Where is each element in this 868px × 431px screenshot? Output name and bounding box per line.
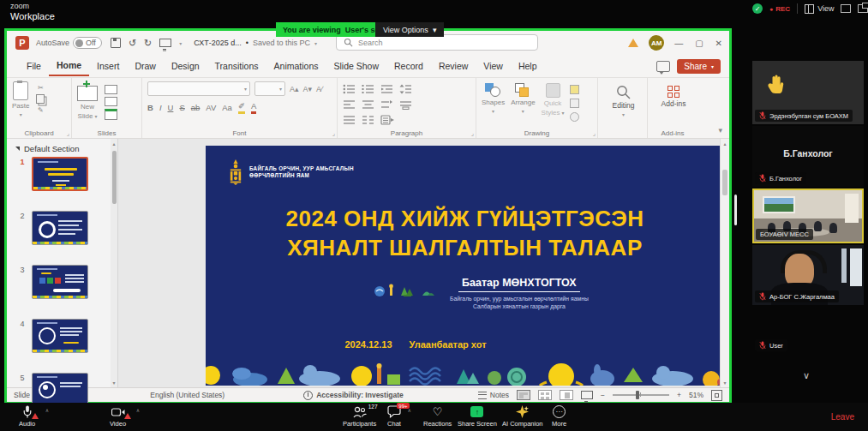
- zoom-slider-thumb[interactable]: [636, 391, 639, 399]
- video-button[interactable]: Video ∧: [110, 405, 126, 428]
- slide-thumbnail-2[interactable]: [32, 211, 88, 245]
- account-avatar[interactable]: AM: [649, 35, 664, 51]
- numbering-icon[interactable]: [362, 84, 374, 94]
- shape-outline-icon[interactable]: [570, 99, 579, 108]
- zoom-in-button[interactable]: +: [677, 391, 681, 399]
- shrink-font-button[interactable]: A▾: [303, 85, 313, 93]
- highlight-button[interactable]: ✐: [238, 101, 245, 114]
- qat-customize-icon[interactable]: ▾: [179, 40, 182, 46]
- tab-animations[interactable]: Animations: [266, 57, 326, 75]
- present-icon[interactable]: [159, 39, 171, 47]
- audio-options-icon[interactable]: ∧: [45, 407, 49, 413]
- new-slide-button[interactable]: New Slide▾: [77, 81, 98, 120]
- section-icon[interactable]: [105, 109, 117, 120]
- canvas-scrollbar[interactable]: ▴ ▾: [720, 139, 729, 387]
- tab-home[interactable]: Home: [49, 56, 89, 76]
- format-painter-icon[interactable]: ✎: [38, 106, 44, 114]
- minimize-button[interactable]: —: [674, 39, 683, 48]
- slide-thumbnail-1[interactable]: [32, 157, 88, 191]
- view-options-button[interactable]: View Options▾: [375, 22, 444, 37]
- text-direction-icon[interactable]: [380, 99, 392, 110]
- view-button[interactable]: View: [805, 4, 834, 14]
- tab-transitions[interactable]: Transitions: [207, 57, 266, 75]
- drawing-dialog-launcher[interactable]: ⌟: [593, 130, 596, 137]
- bold-button[interactable]: B: [147, 103, 153, 112]
- section-header[interactable]: Default Section: [7, 139, 117, 157]
- zoom-out-button[interactable]: −: [601, 391, 605, 399]
- italic-button[interactable]: I: [159, 103, 162, 112]
- cut-icon[interactable]: ✂: [38, 84, 44, 92]
- scrollbar-thumb[interactable]: [722, 170, 727, 195]
- tab-record[interactable]: Record: [386, 57, 431, 75]
- bullets-icon[interactable]: [343, 84, 355, 94]
- leave-button[interactable]: Leave: [831, 412, 854, 422]
- align-left-icon[interactable]: [343, 99, 355, 110]
- scroll-up-icon[interactable]: ▴: [721, 141, 729, 147]
- scroll-up-icon[interactable]: ▴: [111, 141, 117, 147]
- strikethrough-button[interactable]: S: [179, 103, 184, 112]
- reactions-button[interactable]: ♡ Reactions: [423, 405, 452, 428]
- participants-button[interactable]: 127 Participants: [343, 405, 376, 428]
- document-title[interactable]: СХТ-2025 d... • Saved to this PC ▾: [194, 39, 317, 47]
- underline-button[interactable]: U: [168, 103, 174, 112]
- shape-fill-icon[interactable]: [570, 85, 579, 94]
- tab-help[interactable]: Help: [511, 57, 545, 75]
- scroll-down-icon[interactable]: ▾: [721, 380, 729, 386]
- char-spacing-button[interactable]: AV: [206, 103, 216, 112]
- powerpoint-logo-icon[interactable]: P: [15, 36, 29, 50]
- tab-view[interactable]: View: [476, 57, 511, 75]
- tab-review[interactable]: Review: [431, 57, 476, 75]
- strike-ab-button[interactable]: ab: [191, 103, 201, 112]
- accessibility-button[interactable]: Accessibility: Investigate: [303, 391, 404, 400]
- security-shield-icon[interactable]: ✓: [752, 3, 763, 14]
- chat-options-icon[interactable]: ∧: [408, 407, 411, 413]
- participant-tile-2[interactable]: Б.Ганхолог Б.Ганхолог: [752, 126, 864, 187]
- more-button[interactable]: ⋯ More: [552, 405, 566, 428]
- participant-tile-1[interactable]: Эрдэнэбулган сум БОАХМ: [752, 61, 864, 124]
- paste-button[interactable]: Paste▾: [12, 81, 29, 117]
- tab-design[interactable]: Design: [164, 57, 207, 75]
- participant-tile-5[interactable]: User: [752, 307, 864, 358]
- audio-button[interactable]: Audio ∧: [19, 405, 35, 428]
- paragraph-dialog-launcher[interactable]: ⌟: [471, 130, 474, 137]
- autosave-toggle[interactable]: AutoSave Off: [36, 37, 102, 49]
- sidebar-scrollbar[interactable]: [734, 195, 737, 225]
- chat-button[interactable]: 99+ Chat ∧: [387, 405, 401, 428]
- shapes-button[interactable]: Shapes▾: [482, 83, 505, 114]
- change-case-button[interactable]: Aa: [222, 103, 232, 112]
- close-button[interactable]: ✕: [715, 39, 722, 48]
- font-color-button[interactable]: A: [251, 101, 256, 114]
- redo-icon[interactable]: ↻: [144, 38, 152, 49]
- share-screen-button[interactable]: ↑ Share Screen: [458, 405, 497, 428]
- zoom-percentage[interactable]: 51%: [689, 391, 703, 399]
- scroll-down-icon[interactable]: ▾: [111, 380, 117, 386]
- tab-file[interactable]: File: [19, 57, 49, 75]
- video-options-icon[interactable]: ∧: [136, 407, 140, 413]
- undo-icon[interactable]: ↺: [129, 38, 136, 49]
- columns-icon[interactable]: [362, 115, 374, 125]
- copy-icon[interactable]: [36, 94, 45, 104]
- collapse-ribbon-icon[interactable]: ▾: [718, 126, 722, 135]
- quick-styles-button[interactable]: Quick Styles▾: [542, 83, 565, 117]
- smartart-icon[interactable]: [380, 115, 394, 125]
- clear-formatting-button[interactable]: A∕: [316, 85, 323, 93]
- maximize-button[interactable]: ▢: [695, 39, 703, 48]
- align-text-icon[interactable]: [399, 99, 411, 110]
- clipboard-dialog-launcher[interactable]: ⌟: [67, 130, 69, 137]
- participant-tile-3[interactable]: БОУАӨIV МЕСС: [752, 189, 864, 243]
- slide-thumbnail-3[interactable]: [32, 265, 88, 299]
- slide-thumbnail-4[interactable]: [32, 319, 88, 353]
- addins-button[interactable]: Add-ins: [653, 81, 694, 108]
- shape-effects-icon[interactable]: [570, 112, 579, 122]
- slide-editor[interactable]: БАЙГАЛЬ ОРЧИН, УУР АМЬСГАЛЫН ӨӨРЧЛӨЛТИЙН…: [206, 146, 724, 386]
- slide-thumbnail-5[interactable]: [32, 373, 88, 407]
- language-button[interactable]: English (United States): [150, 391, 224, 399]
- participant-tile-4[interactable]: Ар-БОГ С.Жаргалмаа: [752, 245, 864, 305]
- slide-sorter-button[interactable]: [538, 390, 552, 400]
- line-spacing-icon[interactable]: [399, 84, 411, 94]
- save-icon[interactable]: [111, 38, 121, 48]
- scrollbar-thumb[interactable]: [112, 151, 117, 204]
- font-size-select[interactable]: ▾: [254, 81, 285, 96]
- justify-icon[interactable]: [343, 115, 355, 125]
- reset-icon[interactable]: [105, 97, 117, 106]
